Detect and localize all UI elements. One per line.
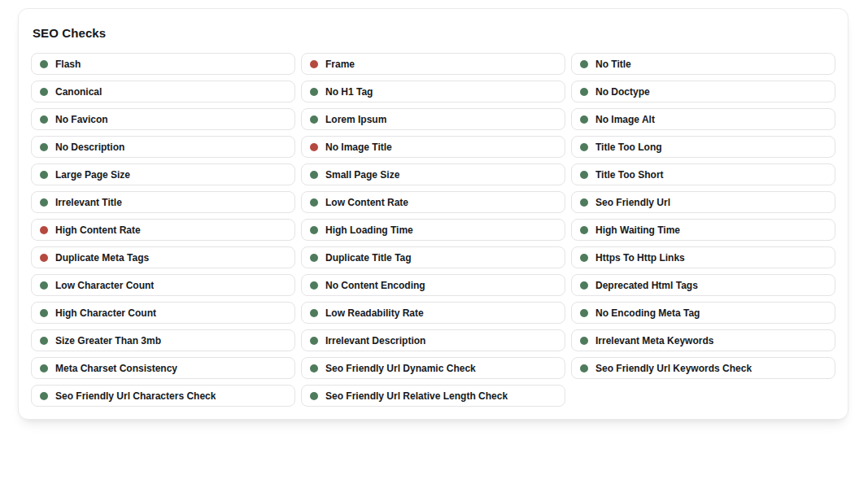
check-label: Seo Friendly Url Keywords Check: [595, 363, 752, 374]
status-dot-icon: [580, 198, 588, 207]
check-item[interactable]: Low Character Count: [31, 274, 295, 296]
status-dot-icon: [580, 226, 588, 234]
status-dot-icon: [40, 60, 48, 68]
seo-checks-panel: SEO Checks Flash Frame No Title Canonica…: [18, 8, 848, 420]
check-label: Low Character Count: [55, 280, 154, 291]
check-item[interactable]: No Content Encoding: [301, 274, 565, 296]
check-item[interactable]: Duplicate Title Tag: [301, 246, 565, 268]
status-dot-icon: [580, 60, 588, 68]
check-item[interactable]: Meta Charset Consistency: [31, 357, 295, 379]
check-label: Frame: [325, 59, 355, 70]
status-dot-icon: [310, 171, 318, 179]
panel-title: SEO Checks: [33, 26, 835, 40]
status-dot-icon: [40, 226, 48, 234]
check-item[interactable]: No Encoding Meta Tag: [571, 302, 835, 324]
check-item[interactable]: High Character Count: [31, 302, 295, 324]
check-item[interactable]: No Image Title: [301, 136, 565, 158]
status-dot-icon: [40, 88, 48, 96]
status-dot-icon: [40, 254, 48, 262]
check-item[interactable]: No Title: [571, 53, 835, 75]
check-label: Title Too Short: [595, 169, 664, 181]
check-item[interactable]: Irrelevant Meta Keywords: [571, 329, 835, 351]
check-item[interactable]: Title Too Long: [571, 136, 835, 158]
check-item[interactable]: Seo Friendly Url Relative Length Check: [301, 385, 565, 407]
check-item[interactable]: Irrelevant Title: [31, 191, 295, 213]
status-dot-icon: [310, 198, 318, 207]
status-dot-icon: [40, 115, 48, 124]
check-label: No Title: [595, 59, 631, 70]
status-dot-icon: [580, 171, 588, 179]
check-item[interactable]: Title Too Short: [571, 163, 835, 185]
status-dot-icon: [310, 60, 318, 68]
status-dot-icon: [310, 337, 318, 345]
check-item[interactable]: Canonical: [31, 81, 295, 102]
check-item[interactable]: No H1 Tag: [301, 81, 565, 102]
check-item[interactable]: Seo Friendly Url Characters Check: [31, 385, 295, 407]
check-item[interactable]: No Doctype: [571, 81, 835, 102]
check-label: Flash: [55, 59, 81, 70]
check-label: Title Too Long: [595, 142, 662, 153]
status-dot-icon: [580, 115, 588, 124]
status-dot-icon: [310, 364, 318, 373]
check-item[interactable]: Lorem Ipsum: [301, 108, 565, 130]
status-dot-icon: [40, 171, 48, 179]
check-label: Duplicate Title Tag: [325, 252, 412, 264]
status-dot-icon: [310, 309, 318, 317]
check-label: Irrelevant Meta Keywords: [595, 335, 713, 346]
check-item[interactable]: Https To Http Links: [571, 246, 835, 268]
status-dot-icon: [40, 198, 48, 207]
check-item[interactable]: Frame: [301, 53, 565, 75]
status-dot-icon: [580, 88, 588, 96]
check-item[interactable]: Low Readability Rate: [301, 302, 565, 324]
check-label: High Character Count: [55, 307, 156, 319]
status-dot-icon: [310, 254, 318, 262]
check-label: No Doctype: [595, 86, 650, 98]
check-label: Https To Http Links: [595, 252, 685, 264]
status-dot-icon: [580, 143, 588, 151]
check-item[interactable]: Size Greater Than 3mb: [31, 329, 295, 351]
status-dot-icon: [40, 143, 48, 151]
check-label: Low Content Rate: [325, 197, 408, 208]
check-item[interactable]: Seo Friendly Url: [571, 191, 835, 213]
status-dot-icon: [40, 309, 48, 317]
check-item[interactable]: High Loading Time: [301, 219, 565, 241]
check-label: No Content Encoding: [325, 280, 425, 291]
check-label: Lorem Ipsum: [325, 114, 386, 125]
check-item[interactable]: Low Content Rate: [301, 191, 565, 213]
check-item[interactable]: Small Page Size: [301, 163, 565, 185]
check-label: Seo Friendly Url Dynamic Check: [325, 363, 476, 374]
check-item[interactable]: No Image Alt: [571, 108, 835, 130]
check-item[interactable]: No Description: [31, 136, 295, 158]
status-dot-icon: [310, 281, 318, 290]
check-label: Deprecated Html Tags: [595, 280, 698, 291]
status-dot-icon: [310, 226, 318, 234]
check-item[interactable]: High Waiting Time: [571, 219, 835, 241]
check-label: Irrelevant Description: [325, 335, 425, 346]
check-label: Small Page Size: [325, 169, 399, 181]
check-item[interactable]: Deprecated Html Tags: [571, 274, 835, 296]
check-item[interactable]: Flash: [31, 53, 295, 75]
status-dot-icon: [310, 88, 318, 96]
check-label: Low Readability Rate: [325, 307, 424, 319]
check-label: No H1 Tag: [325, 86, 373, 98]
check-item[interactable]: Large Page Size: [31, 163, 295, 185]
status-dot-icon: [580, 281, 588, 290]
check-label: No Image Title: [325, 142, 392, 153]
status-dot-icon: [40, 337, 48, 345]
status-dot-icon: [580, 337, 588, 345]
check-item[interactable]: Seo Friendly Url Dynamic Check: [301, 357, 565, 379]
status-dot-icon: [580, 254, 588, 262]
check-label: High Waiting Time: [595, 224, 680, 236]
checks-grid: Flash Frame No Title Canonical No H1 Tag…: [31, 53, 835, 407]
check-label: Meta Charset Consistency: [55, 363, 177, 374]
status-dot-icon: [580, 309, 588, 317]
status-dot-icon: [310, 143, 318, 151]
check-item[interactable]: No Favicon: [31, 108, 295, 130]
status-dot-icon: [310, 115, 318, 124]
check-item[interactable]: Duplicate Meta Tags: [31, 246, 295, 268]
check-label: Large Page Size: [55, 169, 130, 181]
check-item[interactable]: Seo Friendly Url Keywords Check: [571, 357, 835, 379]
check-label: High Content Rate: [55, 224, 141, 236]
check-item[interactable]: High Content Rate: [31, 219, 295, 241]
check-item[interactable]: Irrelevant Description: [301, 329, 565, 351]
